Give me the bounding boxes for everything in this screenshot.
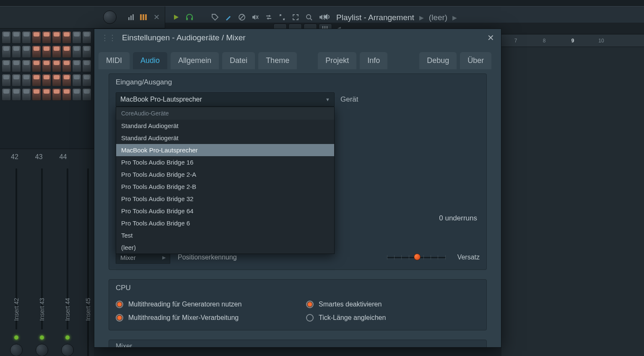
play-button[interactable]	[173, 14, 179, 21]
dropdown-item[interactable]: Pro Tools Audio Bridge 2-B	[116, 181, 334, 193]
radio-on-icon	[116, 314, 123, 322]
ruler-mark: 7	[501, 38, 530, 44]
device-select-value: MacBook Pro-Lautsprecher	[120, 96, 202, 103]
svg-rect-1	[130, 16, 132, 20]
svg-rect-2	[132, 14, 134, 20]
track-number: 43	[35, 153, 43, 161]
close-icon[interactable]: ✕	[487, 33, 494, 43]
pan-knob[interactable]	[36, 344, 48, 356]
tab-debug[interactable]: Debug	[419, 52, 457, 69]
tab-audio[interactable]: Audio	[133, 52, 167, 69]
swap-icon[interactable]	[265, 13, 273, 21]
svg-line-9	[240, 15, 244, 19]
tab-projekt[interactable]: Projekt	[318, 52, 356, 69]
tempo-knob[interactable]	[103, 10, 117, 24]
track-label: Insert 45	[85, 298, 91, 321]
dropdown-item[interactable]: Test	[116, 229, 334, 241]
pattern-icon[interactable]	[139, 13, 148, 21]
tab-midi[interactable]: MIDI	[99, 52, 130, 69]
headphones-icon[interactable]	[185, 13, 194, 21]
pan-knob[interactable]	[61, 344, 74, 356]
speaker-icon[interactable]	[323, 13, 331, 23]
fullscreen-icon[interactable]	[292, 13, 299, 21]
cpu-section: CPU Multithreading für Generatoren nutze…	[109, 279, 487, 330]
ruler-mark: 10	[587, 38, 615, 44]
ruler-mark: 8	[530, 38, 558, 44]
mute-icon[interactable]	[252, 13, 259, 21]
mixer-track[interactable]: Insert 42	[5, 165, 27, 356]
dropdown-item[interactable]: (leer)	[116, 241, 334, 254]
tab-ueber[interactable]: Über	[460, 52, 491, 69]
timeline-ruler[interactable]: 7 8 9 10	[501, 34, 644, 47]
cpu-section-header: CPU	[109, 280, 486, 296]
zoom-icon[interactable]	[305, 13, 313, 21]
brush-icon[interactable]	[225, 13, 232, 21]
cpu-opt-mixer[interactable]: Multithreading für Mixer-Verarbeitung	[116, 314, 289, 322]
grip-icon: ⋮⋮	[101, 33, 116, 42]
playback-tracking-value: Mixer	[120, 254, 136, 261]
io-section: Eingang/Ausgang MacBook Pro-Lautsprecher…	[109, 73, 487, 270]
dropdown-item[interactable]: Standard Audiogerät	[116, 120, 334, 132]
tab-info[interactable]: Info	[360, 52, 387, 69]
mixer-section: Mixer	[109, 340, 487, 347]
offset-label: Versatz	[457, 254, 480, 261]
device-dropdown: CoreAudio-Geräte Standard Audiogerät Sta…	[116, 107, 335, 254]
slider-knob[interactable]	[414, 254, 421, 260]
panel-close-icon[interactable]: ✕	[153, 13, 160, 22]
svg-rect-5	[145, 14, 147, 20]
visualizer-icon[interactable]	[127, 13, 136, 21]
settings-titlebar[interactable]: ⋮⋮ Einstellungen - Audiogeräte / Mixer ✕	[94, 29, 501, 47]
svg-rect-3	[140, 14, 142, 20]
svg-point-12	[306, 15, 311, 19]
chevron-right-icon: ▶	[419, 14, 424, 21]
track-number: 44	[60, 153, 67, 161]
dropdown-item[interactable]: Pro Tools Audio Bridge 16	[116, 156, 334, 168]
settings-tabs: MIDI Audio Allgemein Datei Theme Projekt…	[94, 47, 501, 69]
underruns-count: 0 underruns	[439, 214, 477, 222]
tag-icon[interactable]	[211, 13, 219, 21]
track-led	[40, 335, 44, 340]
dropdown-item[interactable]: Pro Tools Audio Bridge 32	[116, 193, 334, 205]
caret-down-icon: ▼	[325, 97, 330, 102]
tab-theme[interactable]: Theme	[258, 52, 297, 69]
offset-slider[interactable]	[387, 253, 446, 262]
caret-right-icon: ▶	[162, 255, 166, 260]
cpu-opt-generators[interactable]: Multithreading für Generatoren nutzen	[116, 301, 289, 308]
svg-rect-4	[143, 14, 144, 20]
mixer-section-header: Mixer	[109, 340, 486, 347]
radio-on-icon	[116, 301, 123, 308]
mixer-track[interactable]: Insert 45	[82, 165, 94, 356]
svg-rect-6	[186, 18, 188, 20]
device-select[interactable]: MacBook Pro-Lautsprecher ▼	[116, 92, 335, 107]
svg-rect-7	[191, 18, 193, 20]
pan-knob[interactable]	[10, 344, 23, 356]
dropdown-item[interactable]: Pro Tools Audio Bridge 2-A	[116, 168, 334, 181]
track-led	[65, 335, 70, 340]
tab-datei[interactable]: Datei	[222, 52, 255, 69]
dropdown-group-header: CoreAudio-Geräte	[116, 107, 334, 120]
dropdown-item[interactable]: Standard Audiogerät	[116, 132, 334, 144]
cpu-opt-tick[interactable]: Tick-Länge angleichen	[306, 314, 480, 322]
breadcrumb-sub[interactable]: (leer)	[429, 13, 447, 22]
shrink-icon[interactable]	[278, 13, 286, 21]
playlist-area[interactable]	[501, 47, 644, 356]
svg-line-13	[310, 18, 312, 20]
dropdown-item[interactable]: Pro Tools Audio Bridge 6	[116, 217, 334, 229]
channel-rack	[0, 29, 94, 122]
tab-allgemein[interactable]: Allgemein	[171, 52, 219, 69]
io-section-header: Eingang/Ausgang	[109, 74, 486, 91]
mixer-track[interactable]: Insert 43	[31, 165, 53, 356]
track-label: Insert 44	[64, 298, 71, 321]
disable-icon[interactable]	[238, 13, 246, 21]
mixer-panel: 42 43 44 Insert 42 Insert 43 Insert 44 I…	[0, 149, 94, 356]
svg-rect-0	[128, 17, 130, 20]
mixer-track[interactable]: Insert 44	[56, 165, 78, 356]
track-label: Insert 43	[39, 298, 45, 321]
dropdown-item-selected[interactable]: MacBook Pro-Lautsprecher	[116, 144, 334, 156]
cpu-opt-smart[interactable]: Smartes deaktivieren	[306, 301, 480, 308]
ruler-mark: 9	[558, 38, 587, 44]
dropdown-item[interactable]: Pro Tools Audio Bridge 64	[116, 205, 334, 217]
breadcrumb-title[interactable]: Playlist - Arrangement	[336, 13, 414, 22]
settings-window: ⋮⋮ Einstellungen - Audiogeräte / Mixer ✕…	[94, 29, 501, 348]
device-label: Gerät	[340, 95, 358, 104]
